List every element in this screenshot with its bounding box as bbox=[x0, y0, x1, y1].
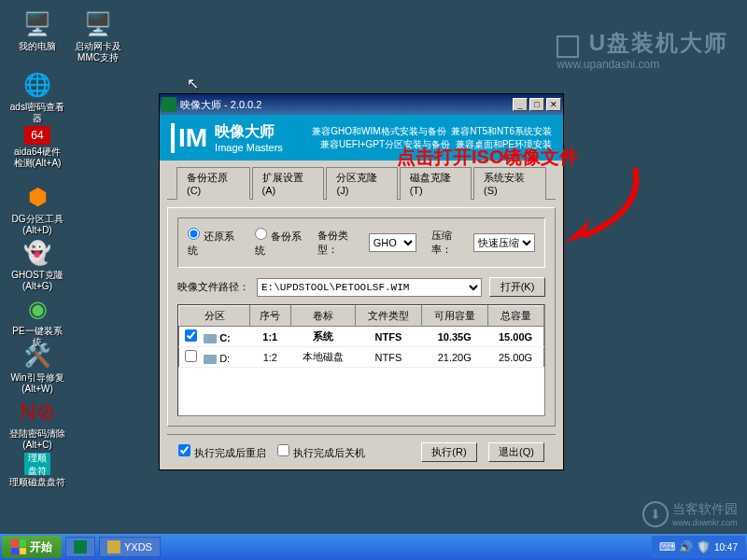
icon-label: DG分区工具(Alt+D) bbox=[9, 214, 65, 236]
col-volume[interactable]: 卷标 bbox=[290, 306, 356, 327]
shield-icon[interactable]: 🛡️ bbox=[697, 540, 711, 553]
icon-label: GHOST克隆(Alt+G) bbox=[9, 270, 65, 292]
icon-label: Win引导修复(Alt+W) bbox=[9, 372, 65, 395]
computer-icon: 🖥️ bbox=[22, 9, 52, 39]
checkbox-shutdown[interactable]: 执行完成后关机 bbox=[277, 444, 365, 460]
tab-backup-restore[interactable]: 备份还原(C) bbox=[176, 167, 250, 200]
close-button[interactable]: ✕ bbox=[546, 98, 561, 111]
exit-button[interactable]: 退出(Q) bbox=[488, 442, 544, 462]
icon-label: aida64硬件检测(Alt+A) bbox=[9, 147, 65, 169]
options-group: 还原系统 备份系统 备份类型： GHO 压缩率： 快速压缩 bbox=[177, 217, 545, 268]
image-masters-window: 映像大师 - 2.0.0.2 _ □ ✕ IM 映像大师 Image Maste… bbox=[159, 93, 564, 470]
volume-icon[interactable]: 🔊 bbox=[679, 540, 693, 553]
clock[interactable]: 10:47 bbox=[714, 542, 738, 553]
taskbar-item-yxds[interactable]: YXDS bbox=[99, 537, 161, 557]
app-name: 映像大师 bbox=[215, 122, 283, 142]
table-row[interactable]: C: 1:1 系统 NTFS 10.35G 15.00G bbox=[179, 327, 544, 347]
cursor-icon: ↖ bbox=[187, 75, 199, 92]
repair-icon: 🛠️ bbox=[22, 341, 52, 371]
compress-select[interactable]: 快速压缩 bbox=[473, 233, 535, 252]
tab-extended[interactable]: 扩展设置(A) bbox=[252, 167, 325, 200]
open-button[interactable]: 打开(K) bbox=[489, 277, 545, 297]
compress-label: 压缩率： bbox=[431, 229, 466, 257]
brand-url: www.upandashi.com bbox=[557, 58, 728, 71]
disk-icon: ⬢ bbox=[22, 182, 52, 212]
backup-type-select[interactable]: GHO bbox=[369, 233, 416, 252]
col-free[interactable]: 可用容量 bbox=[421, 306, 487, 327]
row-checkbox[interactable] bbox=[185, 329, 197, 342]
table-row[interactable]: D: 1:2 本地磁盘 NTFS 21.20G 25.00G bbox=[179, 347, 544, 368]
desktop-icon-aida64[interactable]: 64 aida64硬件检测(Alt+A) bbox=[9, 126, 65, 169]
network-icon: 🖥️ bbox=[83, 9, 113, 39]
tab-disk-clone[interactable]: 磁盘克隆(T) bbox=[400, 167, 472, 200]
badge-url: www.downkr.com bbox=[672, 518, 738, 527]
brand-title: U盘装机大师 bbox=[589, 30, 728, 55]
system-tray[interactable]: ⌨ 🔊 🛡️ 10:47 bbox=[652, 536, 745, 558]
globe-icon: 🌐 bbox=[22, 70, 52, 100]
desktop-icon-pwclear[interactable]: N⊘ 登陆密码清除(Alt+C) bbox=[9, 397, 65, 451]
logo-text: IM bbox=[171, 123, 207, 153]
radio-restore[interactable]: 还原系统 bbox=[188, 228, 236, 258]
row-checkbox[interactable] bbox=[185, 350, 197, 362]
ghost-icon: 👻 bbox=[22, 238, 52, 268]
usb-icon bbox=[557, 35, 579, 58]
path-combo[interactable]: E:\UPDSTOOL\PETOOLSF.WIM bbox=[257, 278, 482, 297]
icon-label: 登陆密码清除(Alt+C) bbox=[9, 428, 65, 451]
taskbar-item-app1[interactable] bbox=[65, 537, 95, 557]
desktop-icon-dg[interactable]: ⬢ DG分区工具(Alt+D) bbox=[9, 182, 65, 236]
password-icon: N⊘ bbox=[22, 397, 52, 427]
drive-icon bbox=[204, 355, 217, 364]
badge-text: 当客软件园 bbox=[672, 501, 738, 518]
col-total[interactable]: 总容量 bbox=[487, 306, 543, 327]
drive-icon bbox=[204, 334, 217, 343]
icon-label: 我的电脑 bbox=[9, 41, 65, 52]
col-seq[interactable]: 序号 bbox=[250, 306, 290, 327]
desktop-icon-diskorder[interactable]: 理顺盘符 理顺磁盘盘符 bbox=[9, 453, 65, 488]
install-icon: ◉ bbox=[22, 294, 52, 324]
taskbar: 开始 YXDS ⌨ 🔊 🛡️ 10:47 bbox=[0, 534, 747, 560]
download-icon: ⬇ bbox=[642, 501, 669, 527]
aida64-icon: 64 bbox=[24, 126, 50, 145]
partition-table: 分区 序号 卷标 文件类型 可用容量 总容量 C: 1:1 系统 NTFS bbox=[177, 304, 545, 416]
execute-button[interactable]: 执行(R) bbox=[421, 442, 477, 462]
tab-partition-clone[interactable]: 分区克隆(J) bbox=[326, 167, 397, 200]
minimize-button[interactable]: _ bbox=[513, 98, 528, 111]
app-icon bbox=[107, 540, 120, 553]
brand-watermark: U盘装机大师 www.upandashi.com bbox=[557, 28, 728, 71]
icon-label: 理顺磁盘盘符 bbox=[9, 477, 65, 488]
desktop-icon-bootfix[interactable]: 🛠️ Win引导修复(Alt+W) bbox=[9, 341, 65, 395]
windows-logo-icon bbox=[11, 539, 26, 554]
app-icon bbox=[74, 540, 87, 553]
path-label: 映像文件路径： bbox=[177, 280, 249, 294]
backup-type-label: 备份类型： bbox=[317, 229, 361, 257]
titlebar[interactable]: 映像大师 - 2.0.0.2 _ □ ✕ bbox=[160, 94, 563, 115]
desktop-icon-ghost[interactable]: 👻 GHOST克隆(Alt+G) bbox=[9, 238, 65, 292]
desktop-icon-adsl[interactable]: 🌐 adsl密码查看器 bbox=[9, 70, 65, 124]
app-subtitle: Image Masters bbox=[215, 142, 283, 153]
header-banner: IM 映像大师 Image Masters 兼容GHO和WIM格式安装与备份 兼… bbox=[160, 115, 563, 161]
maximize-button[interactable]: □ bbox=[529, 98, 544, 111]
col-fs[interactable]: 文件类型 bbox=[356, 306, 422, 327]
bottom-row: 执行完成后重启 执行完成后关机 执行(R) 退出(Q) bbox=[167, 434, 556, 469]
tab-row: 备份还原(C) 扩展设置(A) 分区克隆(J) 磁盘克隆(T) 系统安装(S) bbox=[167, 161, 556, 200]
desktop-icon-mycomputer[interactable]: 🖥️ 我的电脑 bbox=[9, 9, 65, 52]
radio-backup[interactable]: 备份系统 bbox=[255, 228, 303, 258]
main-panel: 还原系统 备份系统 备份类型： GHO 压缩率： 快速压缩 映像文件路径： E:… bbox=[167, 207, 556, 427]
col-partition[interactable]: 分区 bbox=[179, 306, 250, 327]
download-badge: ⬇ 当客软件园 www.downkr.com bbox=[642, 501, 738, 527]
checkbox-restart[interactable]: 执行完成后重启 bbox=[178, 444, 266, 460]
feature-list: 兼容GHO和WIM格式安装与备份 兼容NT5和NT6系统安装 兼容UEFI+GP… bbox=[283, 125, 552, 151]
window-title: 映像大师 - 2.0.0.2 bbox=[180, 98, 511, 112]
icon-label: adsl密码查看器 bbox=[9, 102, 65, 124]
desktop-icon-network[interactable]: 🖥️ 启动网卡及MMC支持 bbox=[70, 9, 126, 63]
tab-system-install[interactable]: 系统安装(S) bbox=[473, 167, 546, 200]
keyboard-icon[interactable]: ⌨ bbox=[659, 540, 675, 553]
start-button[interactable]: 开始 bbox=[2, 536, 62, 558]
annotation-arrow-icon bbox=[551, 163, 654, 252]
app-icon bbox=[162, 97, 176, 112]
icon-label: 启动网卡及MMC支持 bbox=[70, 41, 126, 63]
sort-icon: 理顺盘符 bbox=[24, 453, 50, 475]
